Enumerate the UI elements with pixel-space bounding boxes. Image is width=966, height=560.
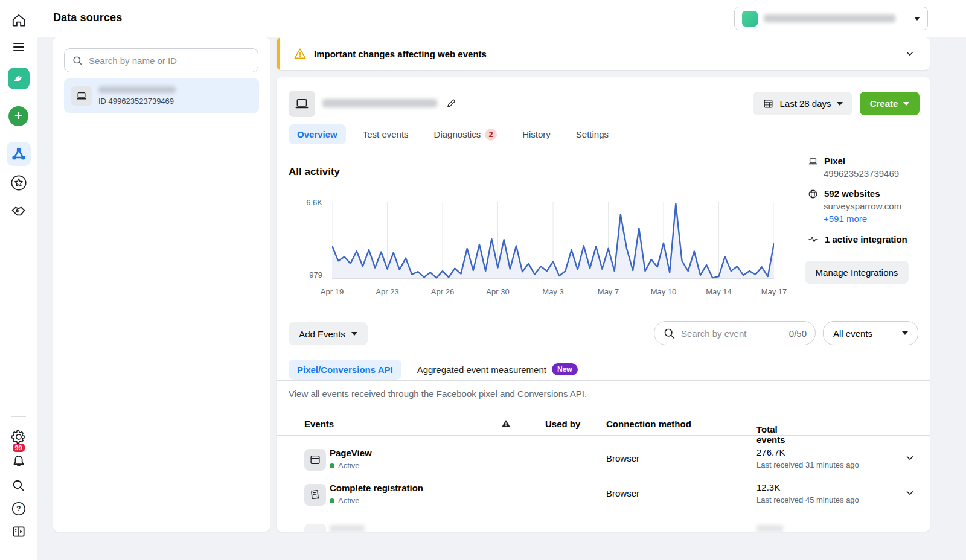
x-axis-labels: Apr 19 Apr 23 Apr 26 Apr 30 May 3 May 7 … — [332, 287, 774, 297]
important-changes-banner[interactable]: Important changes affecting web events — [277, 37, 930, 70]
create-label: Create — [870, 98, 898, 109]
add-icon[interactable]: + — [7, 104, 31, 128]
date-range-label: Last 28 days — [779, 98, 831, 109]
sort-desc-icon: ↓ — [756, 424, 761, 434]
tab-settings[interactable]: Settings — [576, 129, 609, 139]
form-document-icon — [304, 484, 326, 506]
chevron-down-icon — [837, 102, 843, 106]
pixel-name-masked — [322, 99, 437, 107]
manage-integrations-button[interactable]: Manage Integrations — [805, 261, 909, 284]
chart-title: All activity — [289, 166, 340, 178]
help-icon[interactable]: ? — [7, 497, 31, 521]
total-events-cropped — [756, 525, 783, 532]
laptop-icon — [808, 156, 818, 167]
active-status-dot — [330, 463, 334, 468]
add-events-button[interactable]: Add Events — [289, 322, 368, 345]
account-name-masked — [764, 14, 895, 22]
event-name-cropped — [330, 525, 365, 532]
account-switcher[interactable] — [734, 7, 928, 30]
event-status: Active — [330, 496, 359, 505]
pixel-id-label: ID 499623523739469 — [98, 97, 176, 106]
y-axis-max-label: 6.6K — [298, 198, 322, 207]
search-placeholder: Search by name or ID — [89, 56, 177, 66]
bell-icon[interactable]: 99 — [7, 449, 31, 473]
col-events: Events — [304, 419, 334, 429]
globe-icon — [808, 189, 818, 199]
surveysparrow-app-icon[interactable] — [7, 66, 31, 91]
events-manager-icon[interactable] — [7, 142, 31, 166]
last-received: Last received 45 minutes ago — [756, 495, 859, 504]
event-status: Active — [330, 461, 359, 470]
handshake-icon[interactable] — [7, 199, 31, 223]
calendar-icon — [763, 98, 774, 109]
pixel-tabs: Overview Test events Diagnostics2 Histor… — [277, 124, 930, 145]
connection-method: Browser — [606, 453, 639, 463]
active-integration-label: 1 active integration — [825, 234, 907, 244]
chevron-down-icon[interactable] — [904, 488, 915, 498]
event-name: PageView — [330, 448, 372, 458]
banner-text: Important changes affecting web events — [314, 49, 487, 59]
event-search-input[interactable]: Search by event 0/50 — [654, 321, 816, 345]
event-row-complete-registration[interactable]: Complete registration Active Browser 12.… — [277, 474, 930, 514]
col-used-by: Used by — [545, 419, 580, 429]
tab-pixel-conversions-api[interactable]: Pixel/Conversions API — [289, 360, 401, 380]
pulse-icon — [808, 234, 819, 245]
date-range-button[interactable]: Last 28 days — [753, 92, 852, 115]
x-tick: Apr 26 — [431, 287, 454, 296]
events-filter-value: All events — [833, 328, 872, 339]
notification-count-badge: 99 — [13, 444, 25, 452]
new-badge: New — [552, 363, 578, 375]
x-tick: May 14 — [706, 287, 732, 296]
x-tick: May 17 — [761, 287, 787, 296]
x-tick: Apr 19 — [321, 287, 344, 296]
event-row-pageview[interactable]: PageView Active Browser 276.7K Last rece… — [277, 439, 930, 479]
y-axis-min-label: 979 — [298, 270, 322, 279]
x-tick: Apr 23 — [376, 287, 398, 296]
chevron-down-icon[interactable] — [904, 453, 915, 463]
pixel-name-masked — [98, 86, 176, 93]
events-manager-app: + 99 ? Data sources — [0, 0, 966, 560]
more-websites-link[interactable]: +591 more — [824, 214, 920, 224]
info-panel-divider — [796, 154, 796, 309]
star-icon[interactable] — [7, 171, 31, 195]
pixel-id-value: 499623523739469 — [824, 168, 920, 179]
chevron-down-icon — [351, 332, 357, 336]
tab-history[interactable]: History — [522, 129, 551, 139]
chevron-down-icon — [902, 331, 908, 335]
events-table-header: Events Used by Connection method Total e… — [277, 413, 930, 436]
tab-diagnostics[interactable]: Diagnostics2 — [434, 129, 497, 141]
event-search-counter: 0/50 — [789, 328, 807, 339]
websites-count-label: 592 websites — [824, 188, 880, 199]
account-avatar — [742, 11, 758, 27]
total-events-value: 276.7K — [756, 447, 785, 457]
search-input[interactable]: Search by name or ID — [64, 48, 258, 72]
tab-overview[interactable]: Overview — [289, 124, 346, 144]
menu-icon[interactable] — [7, 35, 31, 59]
events-description: View all events received through the Fac… — [289, 389, 587, 399]
events-filter-dropdown[interactable]: All events — [823, 321, 918, 345]
event-name: Complete registration — [330, 483, 423, 493]
pixel-list-item[interactable]: ID 499623523739469 — [64, 78, 259, 113]
panel-toggle-icon[interactable] — [7, 520, 31, 544]
pixel-type-label: Pixel — [824, 156, 845, 166]
event-row-partial[interactable] — [277, 514, 930, 532]
search-icon[interactable] — [7, 473, 31, 497]
col-connection-method: Connection method — [606, 419, 691, 429]
add-events-label: Add Events — [299, 329, 345, 339]
create-button[interactable]: Create — [860, 92, 920, 115]
event-search-placeholder: Search by event — [681, 328, 746, 339]
last-received: Last received 31 minutes ago — [756, 460, 859, 469]
x-tick: May 3 — [542, 287, 563, 296]
x-tick: May 10 — [651, 287, 677, 296]
chevron-down-icon[interactable] — [904, 48, 915, 59]
chevron-down-icon — [903, 102, 909, 106]
edit-pencil-icon[interactable] — [446, 97, 458, 109]
connection-method: Browser — [606, 488, 639, 498]
search-icon — [663, 327, 676, 340]
svg-text:?: ? — [16, 504, 21, 513]
tab-test-events[interactable]: Test events — [363, 129, 409, 139]
x-tick: Apr 30 — [486, 287, 509, 296]
tab-aggregated-event-measurement[interactable]: Aggregated event measurement New — [417, 363, 578, 375]
home-icon[interactable] — [7, 8, 31, 33]
diagnostics-count-badge: 2 — [485, 129, 497, 141]
